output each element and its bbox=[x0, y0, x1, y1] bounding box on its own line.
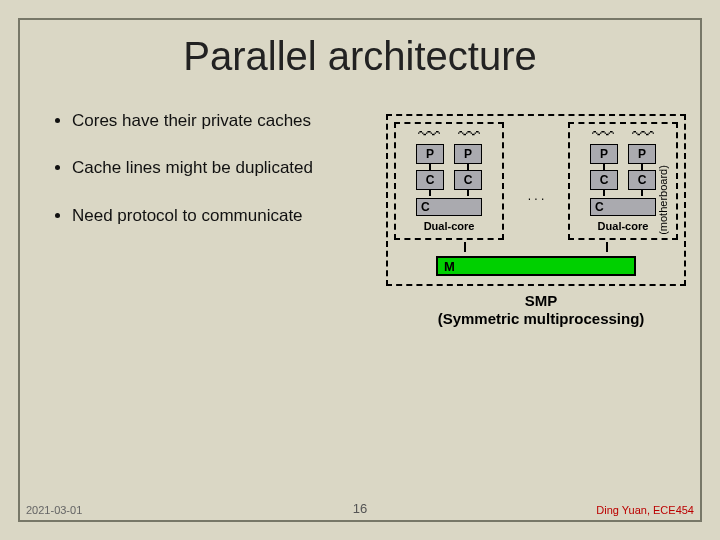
connector bbox=[464, 242, 466, 252]
squiggle-icon: 〰 bbox=[418, 128, 440, 142]
bullet-list: Cores have their private caches Cache li… bbox=[54, 110, 374, 252]
connector bbox=[603, 190, 605, 196]
smp-line1: SMP bbox=[525, 292, 558, 309]
processor-box: P bbox=[416, 144, 444, 164]
bullet-item: Need protocol to communicate bbox=[72, 205, 374, 226]
squiggle-icon: 〰 bbox=[592, 128, 614, 142]
connector bbox=[467, 190, 469, 196]
memory-box: M bbox=[436, 256, 636, 276]
bullet-item: Cores have their private caches bbox=[72, 110, 374, 131]
l2-cache-box: C bbox=[416, 198, 482, 216]
motherboard-box: (motherboard) 〰 〰 P P C bbox=[386, 114, 686, 286]
connector bbox=[641, 190, 643, 196]
motherboard-label: (motherboard) bbox=[657, 165, 669, 235]
processor-box: P bbox=[590, 144, 618, 164]
l1-cache-box: C bbox=[416, 170, 444, 190]
chip-label: Dual-core bbox=[424, 220, 475, 232]
slide-frame: Parallel architecture Cores have their p… bbox=[18, 18, 702, 522]
l1-cache-box: C bbox=[628, 170, 656, 190]
smp-line2: (Symmetric multiprocessing) bbox=[438, 310, 645, 327]
footer-page-number: 16 bbox=[353, 501, 367, 516]
connector bbox=[606, 242, 608, 252]
squiggle-icon: 〰 bbox=[632, 128, 654, 142]
processor-box: P bbox=[454, 144, 482, 164]
squiggle-icon: 〰 bbox=[458, 128, 480, 142]
l2-cache-box: C bbox=[590, 198, 656, 216]
chip-label: Dual-core bbox=[598, 220, 649, 232]
bus-connectors bbox=[394, 242, 678, 252]
chip-left: 〰 〰 P P C C C D bbox=[394, 122, 504, 240]
bullet-item: Cache lines might be duplicated bbox=[72, 157, 374, 178]
processor-box: P bbox=[628, 144, 656, 164]
smp-caption: SMP (Symmetric multiprocessing) bbox=[386, 292, 696, 328]
l1-cache-box: C bbox=[454, 170, 482, 190]
footer-date: 2021-03-01 bbox=[26, 504, 82, 516]
slide-title: Parallel architecture bbox=[20, 20, 700, 87]
footer-author: Ding Yuan, ECE454 bbox=[596, 504, 694, 516]
connector bbox=[429, 190, 431, 196]
slide-content: Cores have their private caches Cache li… bbox=[30, 110, 690, 470]
architecture-diagram: (motherboard) 〰 〰 P P C bbox=[386, 114, 696, 328]
chips-row: 〰 〰 P P C C C D bbox=[394, 122, 678, 240]
ellipsis: . . . bbox=[526, 189, 547, 203]
l1-cache-box: C bbox=[590, 170, 618, 190]
